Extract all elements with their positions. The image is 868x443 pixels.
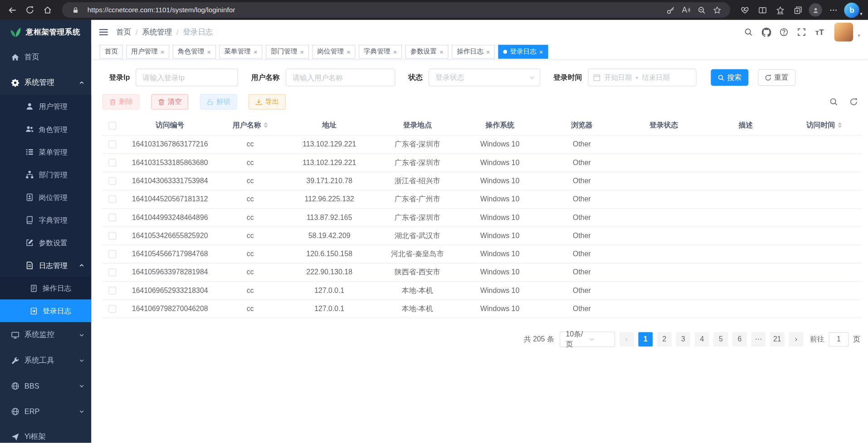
page-button-2[interactable]: 2: [657, 332, 672, 346]
bing-copilot-icon[interactable]: b: [844, 2, 859, 17]
add-favorite-star-icon[interactable]: [709, 2, 725, 19]
sidebar-item-operation-log[interactable]: 操作日志: [0, 277, 91, 299]
sidebar-item-dictionary-management[interactable]: 字典管理: [0, 209, 91, 231]
sidebar-item-erp[interactable]: ERP: [0, 399, 91, 424]
close-icon[interactable]: ×: [300, 49, 304, 55]
row-checkbox[interactable]: [108, 177, 116, 185]
password-key-icon[interactable]: [663, 2, 678, 19]
breadcrumb-home[interactable]: 首页: [116, 27, 131, 37]
read-aloud-icon[interactable]: [678, 2, 694, 19]
refresh-icon[interactable]: [21, 2, 39, 19]
sidebar-item-post-management[interactable]: 岗位管理: [0, 186, 91, 209]
site-info-lock-icon[interactable]: [68, 2, 83, 19]
select-all-checkbox[interactable]: [108, 122, 116, 129]
date-range-picker[interactable]: 开始日期 - 结束日期: [588, 68, 696, 86]
close-icon[interactable]: ×: [393, 49, 397, 55]
sort-icon[interactable]: [837, 122, 842, 128]
ip-input[interactable]: [136, 68, 238, 86]
tab-operation-log[interactable]: 操作日志×: [452, 45, 495, 59]
avatar-caret-icon[interactable]: ▾: [858, 33, 860, 38]
row-checkbox[interactable]: [108, 195, 116, 203]
status-select[interactable]: 登录状态: [428, 68, 540, 86]
tab-user-management[interactable]: 用户管理×: [126, 45, 169, 59]
close-icon[interactable]: ×: [161, 49, 165, 55]
zoom-out-icon[interactable]: [694, 2, 709, 19]
search-icon[interactable]: [741, 25, 756, 39]
back-icon[interactable]: [3, 2, 21, 19]
sidebar-item-system-tools[interactable]: 系统工具: [0, 348, 91, 373]
refresh-table-icon[interactable]: [848, 96, 859, 107]
close-icon[interactable]: ×: [539, 49, 543, 55]
sidebar-item-parameter-settings[interactable]: 参数设置: [0, 231, 91, 254]
address-bar[interactable]: https://ccnetcore.com:1101/system/log/lo…: [62, 2, 731, 18]
sidebar-item-log-management[interactable]: 日志管理: [0, 254, 91, 277]
row-checkbox[interactable]: [108, 141, 116, 148]
page-button-3[interactable]: 3: [676, 332, 690, 346]
export-button[interactable]: 导出: [249, 94, 286, 110]
tab-home[interactable]: 首页: [100, 45, 123, 59]
sidebar-item-login-log[interactable]: 登录日志: [0, 299, 91, 322]
column-header-time[interactable]: 访问时间: [787, 115, 862, 135]
breadcrumb-system-management[interactable]: 系统管理: [142, 27, 172, 37]
collapse-sidebar-icon[interactable]: [98, 27, 108, 37]
search-button[interactable]: 搜索: [711, 69, 748, 86]
row-checkbox[interactable]: [108, 305, 116, 313]
sidebar-item-yi-framework[interactable]: Yi框架: [0, 424, 91, 443]
goto-page-input[interactable]: [829, 332, 848, 346]
delete-button[interactable]: 删除: [102, 94, 140, 110]
more-pages-button[interactable]: ⋯: [751, 332, 766, 346]
sort-icon[interactable]: [263, 122, 268, 128]
help-icon[interactable]: [777, 25, 791, 39]
row-checkbox[interactable]: [108, 159, 116, 167]
sidebar-item-system-management[interactable]: 系统管理: [0, 70, 91, 95]
browser-essentials-icon[interactable]: [736, 2, 754, 19]
collections-icon[interactable]: [789, 2, 807, 19]
favorites-bar-icon[interactable]: [771, 2, 789, 19]
browser-menu-icon[interactable]: [824, 2, 842, 19]
split-screen-icon[interactable]: [754, 2, 771, 19]
next-page-button[interactable]: ›: [789, 332, 803, 346]
close-icon[interactable]: ×: [486, 49, 490, 55]
prev-page-button[interactable]: ‹: [619, 332, 634, 346]
tab-parameter-settings[interactable]: 参数设置×: [405, 45, 449, 59]
toggle-search-icon[interactable]: [828, 96, 839, 107]
sidebar-item-user-management[interactable]: 用户管理: [0, 95, 91, 118]
page-button-1[interactable]: 1: [638, 332, 653, 346]
font-size-icon[interactable]: тT: [812, 25, 827, 39]
sidebar-caret-icon[interactable]: ▾: [860, 11, 863, 16]
sidebar-item-system-monitoring[interactable]: 系统监控: [0, 322, 91, 347]
reset-button[interactable]: 重置: [758, 69, 795, 86]
github-icon[interactable]: [759, 25, 774, 39]
home-icon[interactable]: [39, 2, 56, 19]
row-checkbox[interactable]: [108, 250, 116, 258]
user-avatar[interactable]: [834, 23, 853, 42]
tab-menu-management[interactable]: 菜单管理×: [219, 45, 262, 59]
sidebar-item-home[interactable]: 首页: [0, 44, 91, 70]
clear-button[interactable]: 清空: [151, 94, 188, 110]
url-text[interactable]: https://ccnetcore.com:1101/system/log/lo…: [88, 6, 663, 14]
tab-post-management[interactable]: 岗位管理×: [312, 45, 356, 59]
page-button-6[interactable]: 6: [732, 332, 747, 346]
row-checkbox[interactable]: [108, 287, 116, 295]
close-icon[interactable]: ×: [346, 49, 351, 55]
tab-login-log[interactable]: 登录日志×: [498, 45, 548, 59]
close-icon[interactable]: ×: [439, 49, 444, 55]
sidebar-item-department-management[interactable]: 部门管理: [0, 163, 91, 186]
fullscreen-icon[interactable]: [795, 25, 809, 39]
page-button-4[interactable]: 4: [695, 332, 709, 346]
column-header-user[interactable]: 用户名称: [218, 115, 283, 135]
sidebar-item-role-management[interactable]: 角色管理: [0, 118, 91, 141]
row-checkbox[interactable]: [108, 268, 116, 276]
page-button-21[interactable]: 21: [770, 332, 785, 346]
page-size-select[interactable]: 10条/页: [560, 331, 615, 347]
browser-profile-avatar[interactable]: [807, 2, 824, 19]
sidebar-item-menu-management[interactable]: 菜单管理: [0, 141, 91, 163]
close-icon[interactable]: ×: [254, 49, 258, 55]
sidebar-item-bbs[interactable]: BBS: [0, 373, 91, 399]
tab-department-management[interactable]: 部门管理×: [266, 45, 309, 59]
row-checkbox[interactable]: [108, 232, 116, 240]
unlock-button[interactable]: 解锁: [200, 94, 237, 110]
username-input[interactable]: [285, 68, 395, 86]
tab-role-management[interactable]: 角色管理×: [173, 45, 216, 59]
row-checkbox[interactable]: [108, 214, 116, 222]
